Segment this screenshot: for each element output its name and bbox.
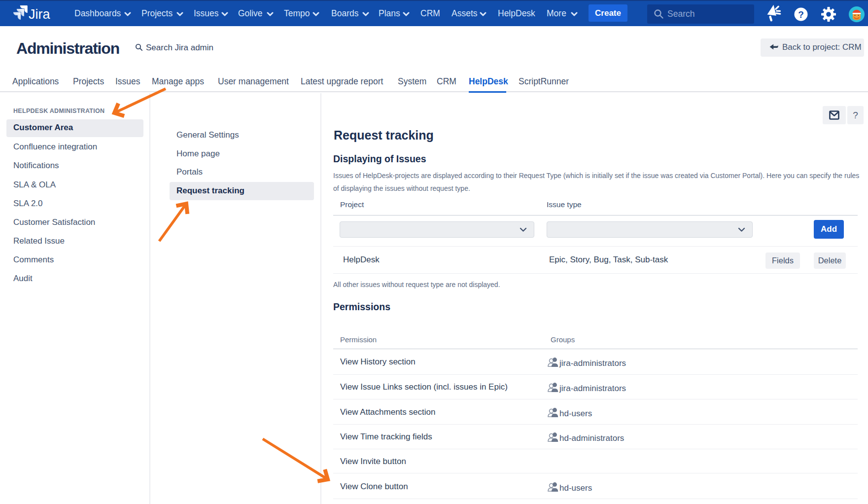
svg-text:?: ? [798, 9, 804, 20]
svg-text:Jira: Jira [29, 7, 50, 22]
